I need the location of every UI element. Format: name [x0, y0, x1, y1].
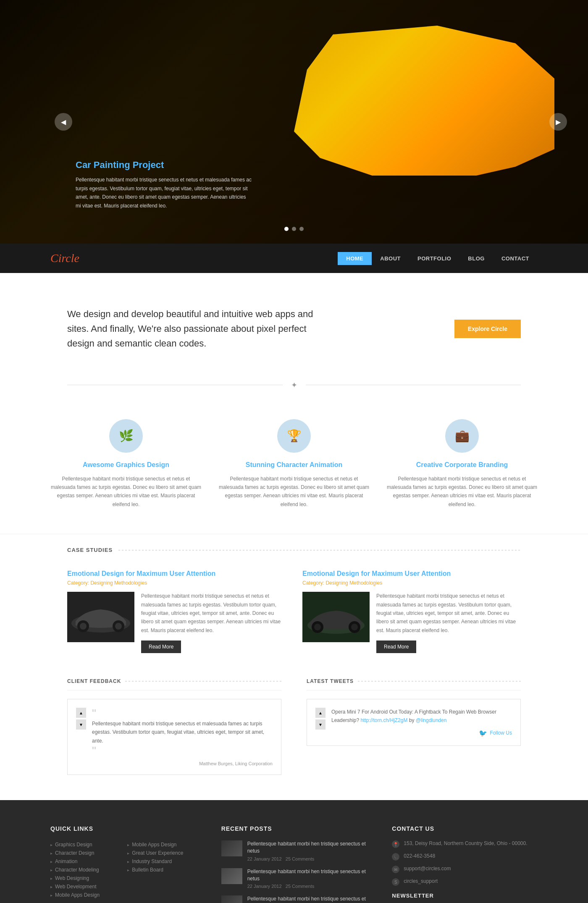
divider: ✦ [0, 376, 588, 394]
hero-content: Car Painting Project Pellentesque habita… [76, 160, 252, 210]
nav-links: HOME ABOUT PORTFOLIO BLOG CONTACT [338, 252, 538, 265]
svg-point-5 [115, 623, 122, 630]
nav-portfolio[interactable]: PORTFOLIO [409, 252, 459, 265]
footer-post-3-image [221, 895, 242, 903]
feature-graphics: 🌿 Awesome Graphics Design Pellentesque h… [50, 419, 202, 509]
contact-skype: circles_support [404, 878, 438, 884]
footer-link-web-development[interactable]: Web Development [50, 882, 119, 891]
quick-links-title: QUICK LINKS [50, 825, 196, 832]
nav-home[interactable]: HOME [338, 252, 372, 265]
tweet-text: Opera Mini 7 For Android Out Today: A Fi… [331, 708, 512, 725]
divider-line-right [306, 385, 521, 385]
footer-link-animation[interactable]: Animation [50, 857, 119, 866]
explore-button[interactable]: Explore Circle [454, 320, 521, 338]
footer-post-2: Pellentesque habitant morbi hen tristiqu… [221, 868, 367, 889]
open-quote: " [92, 707, 96, 720]
hero-title: Car Painting Project [76, 160, 252, 171]
footer-link-character-modeling[interactable]: Character Modeling [50, 866, 119, 874]
contact-email-item: ✉ support@circles.com [392, 866, 538, 873]
hero-next-button[interactable]: ▶ [549, 113, 567, 131]
nav-contact[interactable]: CONTACT [493, 252, 538, 265]
case-study-1-title: Emotional Design for Maximum User Attent… [67, 570, 286, 578]
footer-post-1-image [221, 840, 242, 856]
feature-animation: 🏆 Stunning Character Animation Pellentes… [218, 419, 370, 509]
tweet-box: ▲ ▼ Opera Mini 7 For Android Out Today: … [307, 699, 521, 746]
feature-animation-desc: Pellentesque habitant morbi tristique se… [218, 475, 370, 509]
case-study-2-content: Pellentesque habitant morbi tristique se… [376, 592, 521, 653]
feedback-label: CLIENT FEEDBACK [67, 678, 121, 684]
nav-about[interactable]: ABOUT [372, 252, 409, 265]
feature-graphics-desc: Pellentesque habitant morbi tristique se… [50, 475, 202, 509]
footer-post-2-title: Pellentesque habitant morbi hen tristiqu… [247, 868, 367, 882]
contact-email: support@circles.com [404, 866, 451, 872]
email-icon: ✉ [392, 866, 399, 873]
feedback-author: Matthew Burges, Liking Corporation [92, 761, 273, 766]
case-study-1-category: Category: Designing Methodologies [67, 580, 286, 586]
nav-logo[interactable]: Circle [50, 252, 79, 265]
case-studies-label: CASE STUDIES [67, 547, 113, 553]
feature-graphics-title: Awesome Graphics Design [50, 461, 202, 469]
skype-icon: S [392, 878, 399, 886]
feature-branding-icon: 💼 [445, 419, 479, 453]
case-study-1-body: Pellentesque habitant morbi tristique se… [67, 592, 286, 653]
hero-dot-1[interactable] [284, 227, 289, 231]
client-feedback-section: CLIENT FEEDBACK ▲ ▼ " Pellentesque habit… [67, 678, 281, 775]
footer-link-bulletin[interactable]: Bulletin Board [127, 866, 196, 874]
footer-post-2-image [221, 868, 242, 884]
case-study-1: Emotional Design for Maximum User Attent… [67, 570, 286, 653]
footer: QUICK LINKS Graphics Design Character De… [0, 800, 588, 903]
case-study-2-text: Pellentesque habitant morbi tristique se… [376, 592, 521, 635]
feedback-down-arrow[interactable]: ▼ [76, 719, 86, 730]
nav-blog[interactable]: BLOG [459, 252, 493, 265]
feedback-content: " Pellentesque habitant morbi tristique … [92, 708, 273, 766]
intro-section: We design and develop beautiful and intu… [0, 273, 588, 376]
feedback-header: CLIENT FEEDBACK [67, 678, 281, 690]
feedback-quote: Pellentesque habitant morbi tristique se… [92, 719, 273, 745]
tweet-by[interactable]: @lingdiunden [416, 717, 447, 723]
feature-branding-desc: Pellentesque habitant morbi tristique se… [386, 475, 538, 509]
read-more-1-button[interactable]: Read More [141, 640, 181, 653]
phone-icon: 📞 [392, 853, 399, 861]
footer-link-mobile-apps[interactable]: Mobile Apps Design [50, 891, 119, 899]
hero-dot-2[interactable] [292, 227, 296, 231]
tweet-up-arrow[interactable]: ▲ [315, 708, 326, 718]
feature-animation-title: Stunning Character Animation [218, 461, 370, 469]
contact-phone-item: 📞 022-462-3548 [392, 853, 538, 861]
tweets-label: LATEST TWEETS [307, 678, 354, 684]
footer-link-web-designing[interactable]: Web Designing [50, 874, 119, 882]
twitter-icon: 🐦 [479, 729, 487, 737]
newsletter-title: NEWSLETTER [392, 892, 538, 899]
feedback-up-arrow[interactable]: ▲ [76, 708, 86, 718]
footer-link-graphics[interactable]: Graphics Design [50, 840, 119, 849]
footer-link-mobile-apps-2[interactable]: Mobile Apps Design [127, 840, 196, 849]
divider-icon: ✦ [291, 381, 297, 390]
footer-post-1: Pellentesque habitant morbi hen tristiqu… [221, 840, 367, 861]
tweet-arrows: ▲ ▼ [315, 708, 326, 730]
navbar: Circle HOME ABOUT PORTFOLIO BLOG CONTACT [0, 244, 588, 273]
tweet-down-arrow[interactable]: ▼ [315, 719, 326, 730]
contact-phone: 022-462-3548 [404, 853, 435, 859]
footer-link-industry[interactable]: Industry Standard [127, 857, 196, 866]
footer-link-character-design[interactable]: Character Design [50, 849, 119, 857]
feature-branding-title: Creative Corporate Branding [386, 461, 538, 469]
case-study-1-content: Pellentesque habitant morbi tristique se… [141, 592, 286, 653]
feature-graphics-icon: 🌿 [109, 419, 143, 453]
footer-link-great-ux[interactable]: Great User Experience [127, 849, 196, 857]
hero-section: ◀ ▶ Car Painting Project Pellentesque ha… [0, 0, 588, 244]
recent-posts-title: RECENT POSTS [221, 825, 367, 832]
tweet-content: Opera Mini 7 For Android Out Today: A Fi… [331, 708, 512, 737]
latest-tweets-section: LATEST TWEETS ▲ ▼ Opera Mini 7 For Andro… [307, 678, 521, 775]
hero-prev-button[interactable]: ◀ [55, 113, 72, 131]
hero-dot-3[interactable] [299, 227, 304, 231]
intro-text: We design and develop beautiful and intu… [67, 307, 319, 351]
tweet-link[interactable]: http://torn.ch/HjZ2gM [360, 717, 407, 723]
footer-grid: QUICK LINKS Graphics Design Character De… [50, 825, 538, 903]
svg-point-9 [314, 624, 321, 630]
contact-skype-item: S circles_support [392, 878, 538, 886]
feature-animation-icon: 🏆 [277, 419, 311, 453]
case-study-2-image [302, 592, 370, 642]
follow-button[interactable]: 🐦 Follow Us [331, 729, 512, 737]
contact-title: CONTACT US [392, 825, 538, 832]
footer-post-3: Pellentesque habitant morbi hen tristiqu… [221, 895, 367, 903]
read-more-2-button[interactable]: Read More [376, 640, 416, 653]
